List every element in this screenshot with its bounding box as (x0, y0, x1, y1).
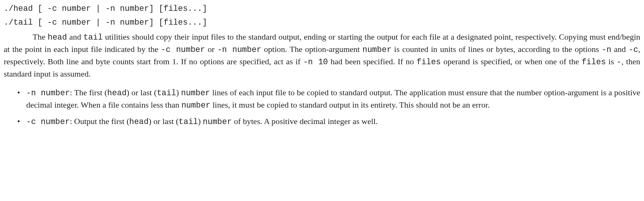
code-files: files (581, 58, 606, 67)
text: of bytes. A positive decimal integer as … (232, 117, 378, 126)
code-number: number (203, 117, 232, 126)
text: : The first ( (70, 88, 107, 97)
code-number: number (181, 89, 210, 98)
code-n-10: -n 10 (303, 58, 328, 67)
code-tail: tail (157, 89, 176, 98)
text: is counted in units of lines or bytes, a… (392, 44, 602, 54)
code-head: head (107, 89, 127, 98)
code-number: number (362, 45, 392, 54)
text: ) or last ( (149, 117, 179, 126)
text: operand is specified, or when one of the (441, 57, 581, 66)
text: ) (198, 117, 203, 126)
options-list: -n number: The first (head) or last (tai… (4, 87, 640, 128)
code-tail: tail (83, 33, 103, 42)
text: lines, it must be copied to standard out… (210, 100, 490, 109)
text: or (205, 44, 217, 54)
code-head: head (48, 33, 67, 42)
text: ) (176, 88, 181, 97)
code-number: number (181, 101, 210, 110)
code-head: head (129, 117, 149, 126)
text: is (606, 57, 617, 66)
flag-n-number: -n number (26, 89, 70, 98)
code-n-number: -n number (217, 45, 261, 54)
text: : Output the first ( (70, 117, 129, 126)
text: and (67, 32, 83, 41)
text: had been specified. If no (328, 57, 417, 66)
code-c-number: -c number (161, 45, 205, 54)
synopsis-head: ./head [ -c number | -n number] [files..… (4, 3, 640, 15)
flag-c-number: -c number (26, 117, 70, 126)
text: ) or last ( (127, 88, 157, 97)
option-c: -c number: Output the first (head) or la… (17, 115, 640, 128)
code-n: -n (602, 45, 611, 54)
text: and (611, 44, 629, 54)
text: option. The option-argument (261, 44, 362, 54)
description-paragraph: The head and tail utilities should copy … (4, 31, 640, 80)
text: The (33, 32, 48, 41)
code-dash: - (617, 58, 622, 67)
code-files: files (417, 58, 441, 67)
code-c: -c (629, 45, 638, 54)
code-tail: tail (179, 117, 198, 126)
option-n: -n number: The first (head) or last (tai… (17, 87, 640, 112)
synopsis-tail: ./tail [ -c number | -n number] [files..… (4, 17, 640, 28)
